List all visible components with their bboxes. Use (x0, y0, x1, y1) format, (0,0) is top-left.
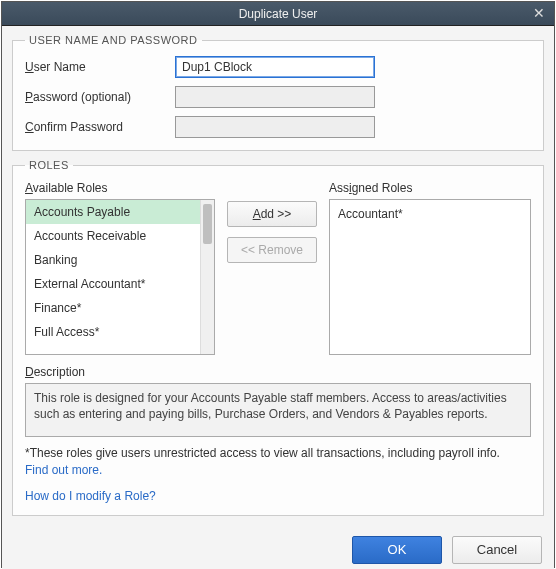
password-label: Password (optional) (25, 90, 175, 104)
scrollbar-thumb[interactable] (203, 204, 212, 244)
scrollbar[interactable] (200, 200, 214, 354)
dialog-footer: OK Cancel (2, 526, 554, 569)
role-transfer-buttons: Add >> << Remove (227, 181, 317, 263)
description-box: This role is designed for your Accounts … (25, 383, 531, 437)
username-input[interactable] (175, 56, 375, 78)
confirm-password-label: Confirm Password (25, 120, 175, 134)
find-out-more-link[interactable]: Find out more. (25, 463, 102, 477)
close-icon[interactable]: ✕ (530, 4, 548, 22)
username-password-section: USER NAME AND PASSWORD User Name Passwor… (12, 34, 544, 151)
row-username: User Name (25, 56, 531, 78)
roles-section: ROLES Available Roles Accounts Payable A… (12, 159, 544, 516)
list-item[interactable]: External Accountant* (26, 272, 200, 296)
section-legend-roles: ROLES (25, 159, 73, 171)
assigned-roles-label: Assigned Roles (329, 181, 531, 195)
available-roles-label: Available Roles (25, 181, 215, 195)
ok-button[interactable]: OK (352, 536, 442, 564)
assigned-roles-listbox[interactable]: Accountant* (329, 199, 531, 355)
assigned-roles-column: Assigned Roles Accountant* (329, 181, 531, 355)
username-label: User Name (25, 60, 175, 74)
add-button[interactable]: Add >> (227, 201, 317, 227)
row-password: Password (optional) (25, 86, 531, 108)
duplicate-user-dialog: Duplicate User ✕ USER NAME AND PASSWORD … (1, 1, 555, 568)
modify-role-link[interactable]: How do I modify a Role? (25, 489, 531, 503)
roles-note: *These roles give users unrestricted acc… (25, 445, 531, 479)
list-item[interactable]: Banking (26, 248, 200, 272)
password-input[interactable] (175, 86, 375, 108)
row-confirm-password: Confirm Password (25, 116, 531, 138)
cancel-button[interactable]: Cancel (452, 536, 542, 564)
confirm-password-input[interactable] (175, 116, 375, 138)
list-item[interactable]: Accountant* (336, 204, 524, 224)
dialog-title: Duplicate User (239, 7, 318, 21)
available-roles-listbox[interactable]: Accounts Payable Accounts Receivable Ban… (25, 199, 215, 355)
section-legend-credentials: USER NAME AND PASSWORD (25, 34, 202, 46)
list-item[interactable]: Accounts Receivable (26, 224, 200, 248)
list-item[interactable]: Full Access* (26, 320, 200, 344)
roles-grid: Available Roles Accounts Payable Account… (25, 181, 531, 355)
list-item[interactable]: Accounts Payable (26, 200, 200, 224)
title-bar: Duplicate User ✕ (2, 2, 554, 26)
list-item[interactable]: Finance* (26, 296, 200, 320)
dialog-body: USER NAME AND PASSWORD User Name Passwor… (2, 26, 554, 526)
remove-button[interactable]: << Remove (227, 237, 317, 263)
description-label: Description (25, 365, 531, 379)
available-roles-column: Available Roles Accounts Payable Account… (25, 181, 215, 355)
